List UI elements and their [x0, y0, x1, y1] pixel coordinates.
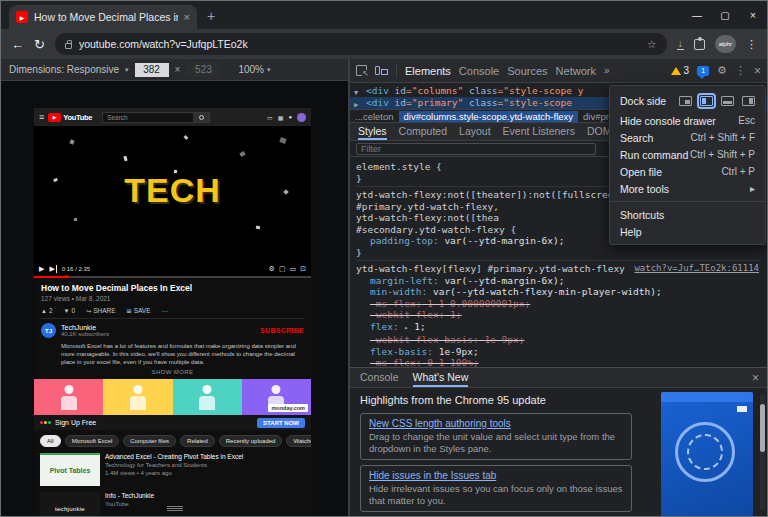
youtube-search-input[interactable]: Search	[102, 112, 210, 123]
expand-icon[interactable]: ▶	[354, 99, 358, 109]
back-icon[interactable]: ←	[11, 37, 24, 52]
ad-cta-button[interactable]: START NOW	[257, 418, 305, 428]
css-declaration-overridden[interactable]: -webkit-flex-basis: 1e-9px;	[356, 334, 761, 346]
undock-icon[interactable]	[679, 96, 692, 106]
expand-value-icon[interactable]: ▸	[404, 324, 408, 332]
tab-console[interactable]: Console	[459, 65, 499, 77]
css-declaration[interactable]: flex-basis: 1e-9px;	[356, 346, 761, 358]
ad-banner[interactable]: monday.com	[34, 379, 311, 415]
fullscreen-icon[interactable]: ⊡	[300, 265, 306, 273]
inspect-element-icon[interactable]: ↖	[356, 65, 367, 76]
browser-menu-icon[interactable]: ⋮	[746, 38, 757, 51]
chip-all[interactable]: All	[40, 435, 61, 447]
issues-badge[interactable]: 1	[697, 66, 709, 76]
dock-right-icon[interactable]	[742, 96, 755, 106]
more-actions-button[interactable]: ⋯	[161, 307, 167, 314]
video-thumbnail[interactable]: techjunkie	[40, 492, 100, 516]
drawer-tab-whats-new[interactable]: What's New	[413, 368, 469, 387]
menu-item-open-file[interactable]: Open fileCtrl + P	[610, 163, 765, 180]
menu-item-hide-console-drawer[interactable]: Hide console drawerEsc	[610, 112, 765, 129]
tab-network[interactable]: Network	[556, 65, 596, 77]
whats-new-link[interactable]: Hide issues in the Issues tab	[369, 470, 623, 481]
chip[interactable]: Related	[180, 435, 215, 447]
dislike-button[interactable]: ▼0	[64, 307, 76, 314]
subtab-styles[interactable]: Styles	[358, 123, 387, 140]
related-title[interactable]: Advanced Excel - Creating Pivot Tables i…	[105, 453, 305, 461]
css-declaration[interactable]: margin-left: var(--ytd-margin-6x);	[356, 275, 761, 287]
menu-item-help[interactable]: Help	[610, 223, 765, 240]
url-text[interactable]: youtube.com/watch?v=JufqpLTEo2k	[79, 38, 640, 50]
chip[interactable]: Recently uploaded	[219, 435, 283, 447]
maximize-button[interactable]: ▢	[711, 1, 739, 29]
theater-icon[interactable]: ▭	[290, 265, 297, 273]
youtube-avatar[interactable]	[297, 113, 306, 122]
drawer-tab-console[interactable]: Console	[360, 368, 399, 387]
new-tab-button[interactable]: +	[207, 8, 215, 24]
whats-new-item[interactable]: Hide issues in the Issues tab Hide irrel…	[360, 465, 632, 512]
warnings-badge[interactable]: 3	[671, 65, 690, 76]
css-declaration-overridden[interactable]: -ms-flex: 1 1 0.000000001px;	[356, 298, 761, 310]
viewport-resize-handle[interactable]	[167, 506, 183, 512]
window-close-button[interactable]: ×	[739, 1, 767, 29]
css-declaration[interactable]: min-width: var(--ytd-watch-flexy-min-pla…	[356, 286, 761, 298]
subscribe-button[interactable]: SUBSCRIBE	[260, 327, 304, 334]
subtab-layout[interactable]: Layout	[459, 123, 491, 140]
tab-close-icon[interactable]: ×	[184, 11, 190, 23]
styles-filter-input[interactable]	[356, 143, 596, 155]
related-video[interactable]: Pivot Tables Advanced Excel - Creating P…	[34, 450, 311, 489]
zoom-select[interactable]: 100% ▾	[238, 64, 270, 75]
related-title[interactable]: Info - TechJunkie	[105, 492, 305, 500]
whats-new-link[interactable]: New CSS length authoring tools	[369, 418, 623, 429]
chip[interactable]: Microsoft Excel	[65, 435, 120, 447]
youtube-logo[interactable]: ▶ YouTube	[48, 113, 92, 122]
tab-elements[interactable]: Elements	[405, 65, 451, 77]
chip[interactable]: Watched	[286, 435, 311, 447]
menu-item-more-tools[interactable]: More tools▸	[610, 180, 765, 197]
viewport-width-input[interactable]	[135, 63, 169, 77]
viewport-height-input[interactable]	[186, 63, 220, 77]
progress-knob[interactable]	[64, 275, 69, 279]
next-icon[interactable]: ▶	[49, 265, 56, 273]
lock-icon[interactable]	[65, 43, 72, 49]
breadcrumb-item[interactable]: ...celeton	[350, 111, 399, 122]
css-declaration[interactable]: flex: ▸ 1;	[356, 321, 761, 335]
search-button[interactable]	[193, 113, 209, 122]
subtab-computed[interactable]: Computed	[399, 123, 447, 140]
chip[interactable]: Computer files	[123, 435, 176, 447]
video-player[interactable]: TECH ▶ ▶ 0:16 / 2:35 ⚙ ▢ ▭ ⊡	[34, 126, 311, 278]
play-icon[interactable]: ▶	[39, 265, 44, 273]
more-tabs-icon[interactable]: »	[604, 65, 610, 76]
tab-sources[interactable]: Sources	[507, 65, 547, 77]
bookmark-star-icon[interactable]: ☆	[647, 38, 657, 51]
address-bar[interactable]: youtube.com/watch?v=JufqpLTEo2k ☆	[55, 33, 667, 55]
show-more-button[interactable]: SHOW MORE	[34, 366, 311, 377]
subtab-event-listeners[interactable]: Event Listeners	[503, 123, 575, 140]
whats-new-item[interactable]: New CSS length authoring tools Drag to c…	[360, 413, 632, 460]
css-declaration-overridden[interactable]: -webkit-flex: 1;	[356, 309, 761, 321]
save-button[interactable]: ⊞SAVE	[127, 307, 151, 314]
channel-avatar[interactable]: TJ	[41, 323, 56, 338]
expand-icon[interactable]: ▼	[354, 87, 358, 97]
cast-icon[interactable]: ▭	[267, 114, 273, 121]
settings-gear-icon[interactable]: ⚙	[717, 64, 727, 77]
dimensions-select[interactable]: Dimensions: Responsive	[9, 64, 119, 75]
miniplayer-icon[interactable]: ▢	[279, 265, 286, 273]
menu-item-shortcuts[interactable]: Shortcuts	[610, 206, 765, 223]
apps-icon[interactable]: ▦	[278, 114, 284, 121]
breadcrumb-item-selected[interactable]: div#columns.style-scope.ytd-watch-flexy	[399, 111, 578, 122]
channel-name[interactable]: TechJunkie	[61, 324, 109, 331]
settings-icon[interactable]: ⚙	[269, 265, 275, 273]
hamburger-icon[interactable]: ≡	[39, 112, 44, 122]
dock-bottom-icon[interactable]	[721, 96, 734, 106]
css-rule[interactable]: watch?v=Juf…TEo2k:61114 ytd-watch-flexy[…	[356, 261, 761, 370]
scrollbar[interactable]	[760, 394, 765, 510]
video-thumbnail[interactable]: Pivot Tables	[40, 453, 100, 486]
browser-tab[interactable]: ▶ How to Move Decimal Places in | ×	[9, 5, 197, 29]
menu-item-search[interactable]: SearchCtrl + Shift + F	[610, 129, 765, 146]
download-icon[interactable]: ↓	[677, 39, 684, 50]
extensions-icon[interactable]	[694, 39, 705, 50]
notifications-icon[interactable]: ●	[288, 114, 292, 120]
devtools-close-icon[interactable]: ×	[754, 64, 761, 78]
refresh-icon[interactable]: ↻	[34, 37, 45, 52]
progress-bar[interactable]	[34, 276, 311, 278]
